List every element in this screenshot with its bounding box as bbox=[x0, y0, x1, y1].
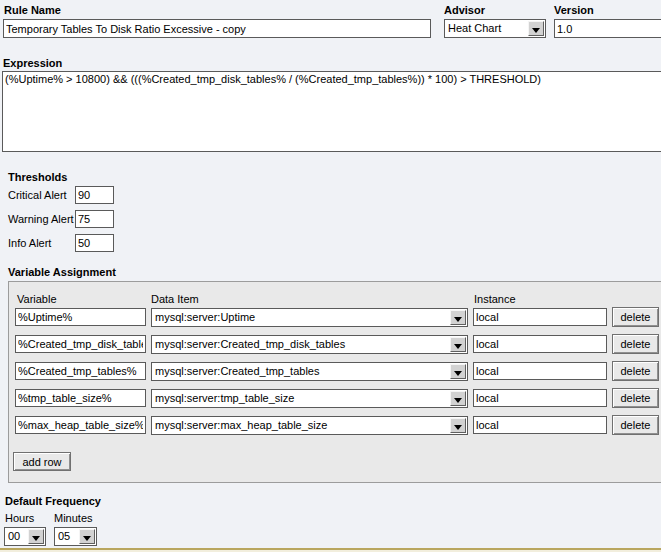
advisor-select-value: Heat Chart bbox=[448, 22, 527, 34]
variable-input[interactable] bbox=[15, 416, 146, 434]
hours-select-value: 00 bbox=[8, 530, 27, 542]
expression-label: Expression bbox=[3, 57, 62, 69]
critical-alert-label: Critical Alert bbox=[8, 189, 67, 201]
chevron-down-icon[interactable] bbox=[450, 364, 466, 379]
variable-input[interactable] bbox=[15, 308, 146, 326]
variable-assignment-panel: Variable Data Item Instance mysql:server… bbox=[8, 281, 661, 483]
info-alert-input[interactable] bbox=[75, 234, 114, 252]
column-header-variable: Variable bbox=[17, 293, 57, 305]
instance-input[interactable] bbox=[473, 308, 607, 326]
hours-label: Hours bbox=[5, 512, 34, 524]
default-frequency-label: Default Frequency bbox=[5, 495, 101, 507]
chevron-down-icon[interactable] bbox=[79, 529, 95, 544]
minutes-label: Minutes bbox=[54, 512, 93, 524]
delete-button[interactable]: delete bbox=[612, 361, 659, 381]
variable-input[interactable] bbox=[15, 389, 146, 407]
chevron-down-icon[interactable] bbox=[450, 310, 466, 325]
delete-button[interactable]: delete bbox=[612, 334, 659, 354]
rule-name-label: Rule Name bbox=[4, 4, 61, 16]
advisor-select[interactable]: Heat Chart bbox=[444, 19, 546, 38]
chevron-down-icon[interactable] bbox=[450, 337, 466, 352]
expression-textarea[interactable]: (%Uptime% > 10800) && (((%Created_tmp_di… bbox=[2, 71, 661, 152]
variable-input[interactable] bbox=[15, 362, 146, 380]
data-item-select[interactable]: mysql:server:tmp_table_size bbox=[151, 389, 468, 408]
column-header-instance: Instance bbox=[474, 293, 516, 305]
advisor-label: Advisor bbox=[444, 4, 485, 16]
minutes-select[interactable]: 05 bbox=[54, 527, 97, 546]
delete-button[interactable]: delete bbox=[612, 415, 659, 435]
thresholds-label: Thresholds bbox=[8, 171, 67, 183]
info-alert-label: Info Alert bbox=[8, 237, 51, 249]
minutes-select-value: 05 bbox=[58, 530, 78, 542]
delete-button[interactable]: delete bbox=[612, 388, 659, 408]
hours-select[interactable]: 00 bbox=[4, 527, 46, 546]
data-item-select[interactable]: mysql:server:Uptime bbox=[151, 308, 468, 327]
data-item-select[interactable]: mysql:server:Created_tmp_tables bbox=[151, 362, 468, 381]
instance-input[interactable] bbox=[473, 389, 607, 407]
warning-alert-label: Warning Alert bbox=[8, 213, 74, 225]
instance-input[interactable] bbox=[473, 335, 607, 353]
instance-input[interactable] bbox=[473, 362, 607, 380]
critical-alert-input[interactable] bbox=[75, 186, 114, 204]
chevron-down-icon[interactable] bbox=[450, 391, 466, 406]
rule-editor-form: Rule Name Advisor Heat Chart Version Exp… bbox=[0, 0, 661, 552]
data-item-select[interactable]: mysql:server:Created_tmp_disk_tables bbox=[151, 335, 468, 354]
add-row-button[interactable]: add row bbox=[13, 452, 71, 471]
warning-alert-input[interactable] bbox=[75, 210, 114, 228]
rule-name-input[interactable] bbox=[3, 19, 431, 38]
chevron-down-icon[interactable] bbox=[528, 21, 544, 36]
chevron-down-icon[interactable] bbox=[450, 418, 466, 433]
column-header-data-item: Data Item bbox=[151, 293, 199, 305]
variable-assignment-label: Variable Assignment bbox=[8, 266, 116, 278]
version-input[interactable] bbox=[554, 19, 661, 38]
data-item-select[interactable]: mysql:server:max_heap_table_size bbox=[151, 416, 468, 435]
chevron-down-icon[interactable] bbox=[28, 529, 44, 544]
version-label: Version bbox=[554, 4, 594, 16]
instance-input[interactable] bbox=[473, 416, 607, 434]
variable-input[interactable] bbox=[15, 335, 146, 353]
delete-button[interactable]: delete bbox=[612, 307, 659, 327]
